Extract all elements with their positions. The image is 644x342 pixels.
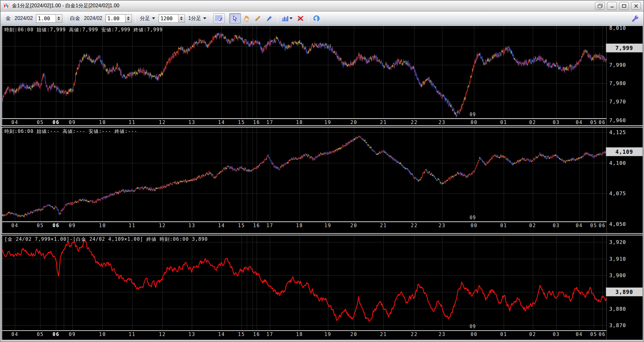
y-tick-label: 7,970 bbox=[609, 99, 626, 105]
x-tick-label: 00 bbox=[471, 223, 477, 228]
y-tick-label: 3,900 bbox=[609, 272, 626, 278]
y-tick-label: 4,125 bbox=[609, 129, 626, 135]
x-tick-label: 17 bbox=[266, 223, 273, 228]
app-icon bbox=[3, 3, 9, 9]
date-label: 09 bbox=[470, 215, 476, 221]
toolbar-separator bbox=[135, 14, 136, 23]
bar-count-input[interactable] bbox=[159, 14, 178, 23]
y-tick-label: 7,980 bbox=[609, 80, 626, 86]
x-tick-label: 16 bbox=[253, 223, 260, 228]
wrench-icon bbox=[631, 15, 638, 22]
gold-multiplier-stepper[interactable] bbox=[56, 14, 62, 23]
x-tick-label: 04 bbox=[11, 223, 18, 228]
x-tick-label: 01 bbox=[500, 120, 507, 125]
pan-hand-button[interactable] bbox=[241, 13, 252, 23]
x-tick-label: 04 bbox=[11, 332, 18, 337]
x-axis: 0405060910111213141516171819202122230001… bbox=[2, 330, 606, 340]
refresh-button[interactable]: R bbox=[311, 13, 322, 23]
y-tick-label: 3,920 bbox=[609, 239, 626, 245]
x-tick-label: 19 bbox=[325, 332, 331, 337]
chart-settings-button[interactable] bbox=[213, 13, 225, 23]
platinum-multiplier-input[interactable] bbox=[106, 14, 125, 23]
gold-label: 金 bbox=[6, 15, 11, 22]
x-tick-label: 00 bbox=[471, 332, 477, 337]
chart-panel-3: [金 24/02 7,999×1.00]-[白金 24/02 4,109×1.0… bbox=[1, 235, 643, 340]
cascade-windows-button[interactable] bbox=[595, 2, 605, 10]
maximize-button[interactable] bbox=[619, 2, 629, 10]
x-tick-label: 05 bbox=[37, 332, 44, 337]
toolbar-separator bbox=[211, 14, 211, 23]
clear-chart-button[interactable] bbox=[295, 13, 306, 23]
x-tick-label: 23 bbox=[439, 120, 446, 125]
x-tick-label: 10 bbox=[99, 120, 106, 125]
chart-type-button[interactable] bbox=[280, 13, 295, 23]
x-tick-label: 05 bbox=[37, 223, 44, 228]
y-tick-label: 3,910 bbox=[609, 256, 626, 262]
x-tick-label: 03 bbox=[553, 223, 560, 228]
x-tick-label: 22 bbox=[411, 223, 418, 228]
close-button[interactable] bbox=[631, 2, 641, 10]
x-tick-label: 11 bbox=[129, 120, 136, 125]
price-tag: 7,999 bbox=[606, 44, 643, 53]
x-tick-label: 06 bbox=[599, 120, 606, 125]
interval-dropdown[interactable]: 分足 bbox=[138, 14, 157, 23]
pencil-icon bbox=[254, 15, 261, 22]
bar-count-stepper[interactable] bbox=[178, 14, 185, 23]
x-tick-label: 02 bbox=[529, 332, 536, 337]
x-tick-label: 09 bbox=[69, 223, 76, 228]
refresh-icon: R bbox=[313, 15, 320, 22]
x-tick-label: 20 bbox=[350, 120, 357, 125]
panel-separator[interactable] bbox=[1, 233, 643, 235]
platinum-info-line: 時刻:06:00 始値:--- 高値:--- 安値:--- 終値:--- bbox=[4, 128, 137, 134]
platinum-candlestick-chart[interactable] bbox=[2, 127, 606, 221]
toolbar-separator bbox=[308, 14, 309, 23]
x-tick-label: 12 bbox=[159, 332, 166, 337]
toolbar: 金 2024/02 白金 2024/02 分足 1分足 bbox=[1, 12, 643, 25]
x-axis: 0405060910111213141516171819202122230001… bbox=[2, 118, 606, 125]
timeframe-dropdown[interactable]: 1分足 bbox=[186, 14, 209, 23]
x-tick-label: 11 bbox=[129, 332, 136, 337]
window-title: 金1分足[2024/02]1.00 - 白金1分足[2024/02]1.00 bbox=[12, 3, 119, 9]
x-tick-label: 10 bbox=[99, 223, 106, 228]
x-tick-label: 18 bbox=[296, 332, 303, 337]
x-tick-label: 22 bbox=[411, 332, 418, 337]
platinum-label: 白金 bbox=[70, 15, 80, 22]
chart-area: 時刻:06:00 始値:7,999 高値:7,999 安値:7,999 終値:7… bbox=[1, 25, 643, 339]
x-tick-label: 12 bbox=[159, 120, 166, 125]
x-tick-label: 04 bbox=[576, 120, 583, 125]
x-tick-label: 03 bbox=[553, 120, 560, 125]
x-tick-label: 01 bbox=[500, 332, 507, 337]
spread-line-chart[interactable] bbox=[2, 235, 606, 330]
x-tick-label: 05 bbox=[590, 120, 597, 125]
gold-multiplier-input[interactable] bbox=[36, 14, 56, 23]
draw-pen-button[interactable] bbox=[264, 13, 275, 23]
y-tick-label: 3,870 bbox=[609, 322, 626, 328]
x-tick-label: 14 bbox=[218, 332, 225, 337]
x-tick-label: 11 bbox=[129, 223, 136, 228]
x-tick-label: 20 bbox=[350, 332, 357, 337]
x-tick-label: 03 bbox=[553, 332, 560, 337]
toolbar-separator bbox=[277, 14, 277, 23]
y-tick-label: 8,010 bbox=[609, 25, 626, 31]
x-tick-label: 15 bbox=[238, 120, 245, 125]
x-tick-label: 01 bbox=[500, 223, 507, 228]
draw-pencil-button[interactable] bbox=[252, 13, 264, 23]
x-tick-label: 06 bbox=[52, 120, 59, 125]
x-tick-label: 16 bbox=[253, 332, 260, 337]
price-tag: 3,890 bbox=[606, 288, 643, 296]
hand-icon bbox=[243, 15, 250, 22]
x-tick-label: 02 bbox=[529, 120, 536, 125]
panel-separator[interactable] bbox=[1, 125, 643, 127]
chevron-down-icon bbox=[289, 17, 293, 19]
y-tick-label: 4,050 bbox=[609, 221, 626, 227]
x-tick-label: 14 bbox=[218, 223, 225, 228]
gold-candlestick-chart[interactable] bbox=[2, 26, 606, 118]
x-tick-label: 06 bbox=[599, 332, 606, 337]
minimize-button[interactable] bbox=[607, 2, 617, 10]
platinum-multiplier-stepper[interactable] bbox=[125, 14, 132, 23]
x-tick-label: 21 bbox=[380, 120, 387, 125]
pen-icon bbox=[266, 15, 273, 22]
y-tick-label: 3,880 bbox=[609, 306, 626, 312]
cursor-tool-button[interactable] bbox=[229, 13, 241, 23]
settings-wrench-button[interactable] bbox=[629, 13, 640, 23]
